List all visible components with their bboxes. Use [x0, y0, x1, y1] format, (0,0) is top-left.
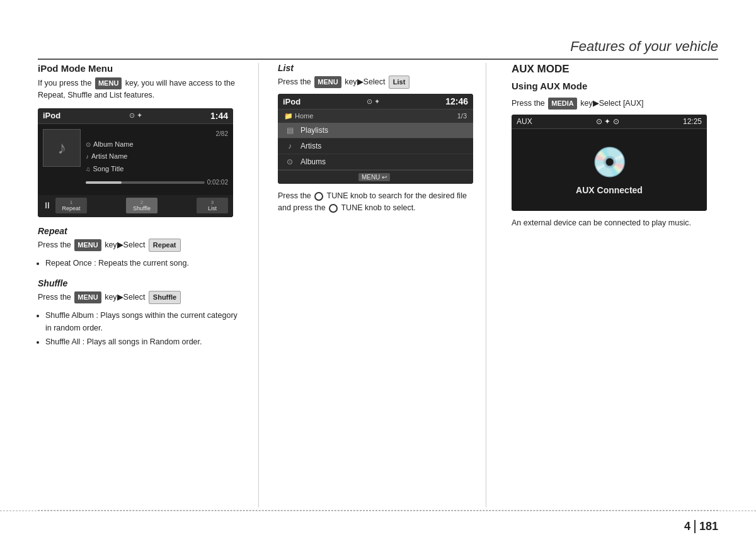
list-status-icons: ⊙ ✦ — [367, 98, 380, 106]
progress-bar-bg — [86, 181, 205, 184]
list-screen-footer: MENU ↩ — [278, 170, 473, 184]
music-note-icon: ♪ — [57, 138, 66, 158]
ipod-screen-controls: ⏸ 1 Repeat 2 Shuffle 3 List — [38, 195, 233, 217]
album-art: ♪ — [43, 129, 81, 167]
artists-icon: ♪ — [284, 142, 295, 150]
shuffle-select-badge: Shuffle — [149, 291, 181, 304]
playlist-icon: ▤ — [284, 126, 295, 135]
list-instruction: Press the MENU key▶Select List — [278, 76, 467, 89]
artist-icon: ♪ — [86, 152, 89, 162]
intro-text-part1: If you press the — [38, 79, 94, 88]
shuffle-menu-key: MENU — [74, 291, 101, 303]
song-line: ♫ Song Title — [86, 164, 228, 175]
list-control: 3 List — [197, 198, 228, 213]
using-aux-title: Using AUX Mode — [512, 81, 718, 91]
ipod-list-screen: iPod ⊙ ✦ 12:46 📁 Home 1/3 ▤ Playlists ♪ … — [278, 94, 473, 184]
page-number: 4 181 — [684, 520, 718, 533]
ipod-brand: iPod — [43, 111, 60, 120]
ipod-playback-screen: iPod ⊙ ✦ 1:44 ♪ 2/82 ⊙ Album Name ♪ Arti… — [38, 108, 233, 217]
shuffle-bullets: Shuffle Album : Plays songs within the c… — [45, 309, 239, 348]
tune-circle-icon-2 — [329, 204, 338, 213]
ipod-intro-text: If you press the MENU key, you will have… — [38, 77, 239, 102]
right-column: AUX MODE Using AUX Mode Press the MEDIA … — [493, 63, 718, 507]
ipod-screen-header: iPod ⊙ ✦ 1:44 — [38, 108, 233, 124]
ipod-time: 1:44 — [210, 111, 228, 121]
list-select-badge: List — [389, 76, 410, 89]
page-header: Features of your vehicle — [0, 0, 756, 60]
folder-icon: 📁 Home — [284, 112, 313, 120]
albums-icon: ⊙ — [284, 157, 295, 166]
song-title: Song Title — [93, 164, 124, 175]
repeat-select-badge: Repeat — [149, 239, 181, 252]
pause-icon: ⏸ — [43, 200, 52, 210]
track-count: 2/82 — [86, 129, 228, 139]
tune-instruction: Press the TUNE knob to search for the de… — [278, 190, 467, 215]
chapter-number: 4 — [684, 520, 696, 533]
footer-dashed-line — [38, 510, 718, 511]
page-num: 181 — [699, 520, 718, 533]
playlist-label: Playlists — [301, 126, 328, 135]
aux-brand: AUX — [517, 117, 532, 126]
left-mid-divider — [258, 63, 259, 507]
aux-screen-body: 💿 AUX Connected — [512, 129, 707, 211]
shuffle-bullet-2: Shuffle All : Plays all songs in Random … — [45, 336, 239, 348]
track-info: 2/82 ⊙ Album Name ♪ Artist Name ♫ Song T… — [86, 129, 228, 190]
list-screen-header: iPod ⊙ ✦ 12:46 — [278, 94, 473, 110]
aux-mode-title: AUX MODE — [512, 63, 718, 76]
list-item-artists: ♪ Artists — [278, 138, 473, 154]
aux-screen-header: AUX ⊙ ✦ ⊙ 12:25 — [512, 115, 707, 129]
elapsed-time: 0:02:02 — [207, 178, 228, 188]
list-title: List — [278, 63, 467, 73]
left-column: iPod Mode Menu If you press the MENU key… — [38, 63, 252, 507]
shuffle-control: 2 Shuffle — [126, 198, 158, 213]
list-time: 12:46 — [445, 96, 468, 106]
ipod-mode-title: iPod Mode Menu — [38, 63, 239, 74]
artist-name: Artist Name — [91, 151, 127, 162]
repeat-instruction: Press the MENU key▶Select Repeat — [38, 239, 239, 252]
page-footer: 4 181 — [0, 511, 756, 542]
tune-circle-icon-1 — [314, 192, 323, 201]
repeat-bullet-item: Repeat Once : Repeats the current song. — [45, 257, 239, 269]
list-brand: iPod — [283, 97, 301, 106]
repeat-title: Repeat — [38, 226, 239, 236]
mid-column: List Press the MENU key▶Select List iPod… — [265, 63, 479, 507]
list-item-albums: ⊙ Albums — [278, 154, 473, 170]
shuffle-instruction: Press the MENU key▶Select Shuffle — [38, 291, 239, 304]
aux-disc-icon: 💿 — [592, 145, 627, 179]
list-folder-header: 📁 Home 1/3 — [278, 110, 473, 123]
song-icon: ♫ — [86, 164, 91, 174]
artists-label: Artists — [301, 142, 321, 150]
album-line: ⊙ Album Name — [86, 139, 228, 150]
media-key-badge: MEDIA — [548, 98, 576, 110]
menu-return-badge: MENU ↩ — [358, 173, 390, 181]
mid-right-divider — [486, 63, 486, 507]
aux-time: 12:25 — [683, 117, 702, 126]
media-instruction: Press the MEDIA key▶Select [AUX] — [512, 98, 718, 110]
shuffle-title: Shuffle — [38, 278, 239, 288]
main-content: iPod Mode Menu If you press the MENU key… — [38, 63, 718, 507]
ipod-status-icons: ⊙ ✦ — [129, 111, 142, 120]
page-title: Features of your vehicle — [570, 38, 718, 55]
repeat-menu-key: MENU — [74, 239, 101, 251]
repeat-bullets: Repeat Once : Repeats the current song. — [45, 257, 239, 269]
aux-screen: AUX ⊙ ✦ ⊙ 12:25 💿 AUX Connected — [512, 115, 707, 211]
ipod-screen-body: ♪ 2/82 ⊙ Album Name ♪ Artist Name ♫ Song… — [38, 124, 233, 195]
aux-status-icons: ⊙ ✦ ⊙ — [596, 117, 619, 126]
progress-bar-fill — [86, 181, 122, 184]
album-name: Album Name — [93, 139, 134, 150]
artist-line: ♪ Artist Name — [86, 151, 228, 162]
album-icon: ⊙ — [86, 140, 91, 150]
albums-label: Albums — [301, 157, 326, 166]
shuffle-bullet-1: Shuffle Album : Plays songs within the c… — [45, 309, 239, 334]
progress-bar-wrap: 0:02:02 — [86, 176, 228, 190]
external-device-text: An external device can be connected to p… — [512, 217, 718, 229]
header-line — [38, 59, 718, 60]
list-item-playlists: ▤ Playlists — [278, 123, 473, 138]
control-bar: 1 Repeat 2 Shuffle 3 List — [55, 198, 228, 213]
list-menu-key: MENU — [314, 76, 341, 88]
shuffle-section: Shuffle Press the MENU key▶Select Shuffl… — [38, 278, 239, 348]
menu-key-badge: MENU — [95, 77, 122, 89]
folder-count: 1/3 — [457, 112, 467, 120]
aux-connected-text: AUX Connected — [576, 185, 643, 195]
repeat-control: 1 Repeat — [55, 198, 87, 213]
